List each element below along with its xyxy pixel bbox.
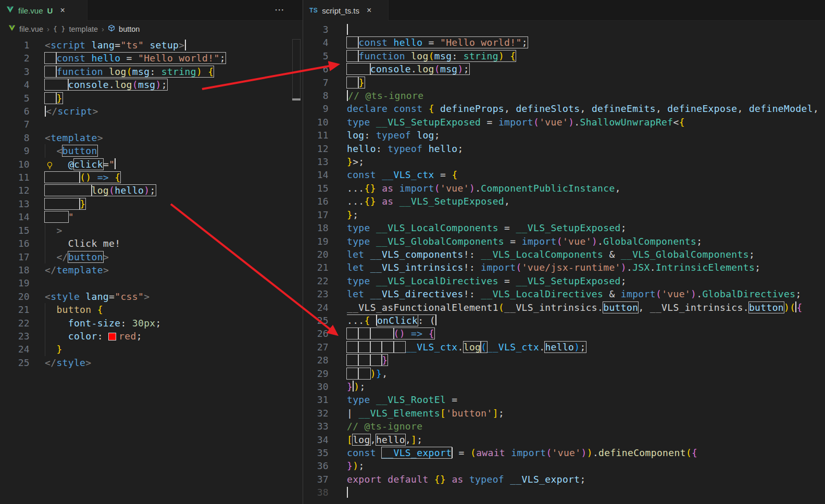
line-number: 10 [303, 116, 329, 129]
line-number: 24 [303, 301, 329, 314]
code-content: type __VLS_SetupExposed = import('vue').… [329, 116, 685, 129]
code-line: 6</script> [0, 105, 292, 118]
code-content: <style lang="css"> [30, 290, 149, 303]
code-content: | __VLS_Elements['button']; [329, 407, 504, 420]
code-line: 7 } [303, 76, 825, 89]
code-line: 5 } [0, 92, 292, 105]
mapping-box [45, 93, 56, 104]
mapping-box: button [749, 302, 784, 313]
mapping-box: () => { [80, 172, 120, 183]
code-line: 21 button { [0, 303, 292, 316]
line-number: 25 [303, 314, 329, 327]
cursor [795, 301, 796, 312]
code-line: 1<script lang="ts" setup> [0, 39, 292, 52]
close-icon[interactable]: × [60, 6, 65, 15]
line-number: 27 [303, 341, 329, 354]
cursor [45, 106, 46, 117]
code-content: </script> [30, 105, 98, 118]
mapping-box: hello [376, 434, 405, 445]
mapping-box: } [56, 93, 62, 104]
code-line: 32| __VLS_Elements['button']; [303, 407, 825, 420]
code-line: 31type __VLS_RootEl = [303, 393, 825, 406]
code-line: 12 log(hello); [0, 184, 292, 197]
tab-file-vue[interactable]: file.vue U × [0, 0, 88, 21]
mapping-box [347, 77, 358, 88]
more-actions-icon[interactable]: ⋯ [274, 4, 285, 16]
code-line: 19 [0, 276, 292, 289]
code-content [329, 23, 348, 36]
code-line: 21let __VLS_intrinsics!: import('vue/jsx… [303, 261, 825, 274]
code-line: 8// @ts-ignore [303, 89, 825, 102]
line-number: 14 [303, 168, 329, 181]
mapping-box: button [63, 145, 97, 156]
code-content: } [30, 92, 63, 105]
code-line: 22type __VLS_LocalDirectives = __VLS_Set… [303, 274, 825, 287]
code-content [30, 276, 45, 289]
code-line: 17}; [303, 208, 825, 221]
code-content: // @ts-ignore [329, 420, 422, 433]
code-line: 38 [303, 486, 825, 499]
code-line: 7 [0, 118, 292, 131]
code-content: const __VLS_export = (await import('vue'… [329, 446, 697, 459]
mapping-box: click [74, 159, 103, 170]
vue-icon [8, 25, 16, 33]
code-content: }); [329, 459, 365, 472]
code-content: } [329, 76, 365, 89]
code-content: log(hello); [30, 184, 156, 197]
code-content: type __VLS_GlobalComponents = import('vu… [329, 235, 702, 248]
line-number: 21 [303, 261, 329, 274]
line-number: 36 [303, 459, 329, 472]
code-content: const hello = "Hello world!"; [30, 52, 226, 65]
mapping-box [45, 198, 80, 209]
code-content: }>; [329, 155, 365, 168]
code-line: 26 () => { [303, 327, 825, 340]
line-number: 30 [303, 380, 329, 393]
line-number: 2 [0, 52, 30, 65]
code-line: 13 } [0, 197, 292, 210]
mapping-box: function log(msg: string) { [56, 66, 214, 77]
breadcrumb-item-template[interactable]: template [69, 25, 98, 33]
line-number: 14 [0, 210, 30, 223]
color-swatch [109, 333, 116, 340]
code-line: 24__VLS_asFunctionalElement1(__VLS_intri… [303, 301, 825, 314]
chevron-right-icon: › [47, 24, 49, 33]
line-number: 20 [0, 290, 30, 303]
code-content: let __VLS_intrinsics!: import('vue/jsx-r… [329, 261, 760, 274]
code-line: 18</template> [0, 263, 292, 276]
typescript-icon: TS [309, 7, 318, 14]
mapping-box: function log(msg: string) { [358, 51, 516, 61]
line-number: 23 [0, 330, 30, 343]
breadcrumb-item-button[interactable]: button [119, 25, 140, 33]
code-content: let __VLS_components!: __VLS_LocalCompon… [329, 248, 755, 261]
breadcrumb-item-file[interactable]: file.vue [19, 25, 43, 33]
cursor [435, 314, 436, 325]
code-content: font-size: 30px; [30, 317, 161, 330]
mapping-box: button [68, 251, 103, 262]
line-number: 19 [0, 276, 30, 289]
code-content: }); [329, 380, 366, 393]
code-content: ...{ onClick: ( [329, 314, 436, 327]
editor-file-vue[interactable]: 1<script lang="ts" setup>2 const hello =… [0, 37, 292, 504]
chevron-right-icon: › [102, 24, 104, 33]
line-number: 5 [303, 49, 329, 62]
code-line: 28 } [303, 354, 825, 367]
close-icon[interactable]: × [367, 6, 371, 15]
code-content: log: typeof log; [329, 129, 440, 142]
code-content: @click=" [30, 158, 116, 171]
code-content: function log(msg: string) { [329, 49, 516, 62]
editor-script-ts[interactable]: 34 const hello = "Hello world!";5 functi… [303, 21, 825, 504]
line-number: 19 [303, 235, 329, 248]
code-line: 15 > [0, 224, 292, 237]
mapping-box [347, 328, 358, 339]
code-line: 15...{} as import('vue').ComponentPublic… [303, 182, 825, 195]
line-number: 16 [303, 195, 329, 208]
code-line: 25</style> [0, 356, 292, 369]
line-number: 31 [303, 393, 329, 406]
code-line: 14const __VLS_ctx = { [303, 168, 825, 181]
code-content: <script lang="ts" setup> [30, 39, 186, 52]
code-line: 3 function log(msg: string) { [0, 65, 292, 78]
tab-script-ts[interactable]: TS script_ts.ts × [303, 0, 389, 21]
tab-title: script_ts.ts [322, 6, 359, 15]
line-number: 22 [0, 317, 30, 330]
mapping-box [45, 211, 68, 222]
